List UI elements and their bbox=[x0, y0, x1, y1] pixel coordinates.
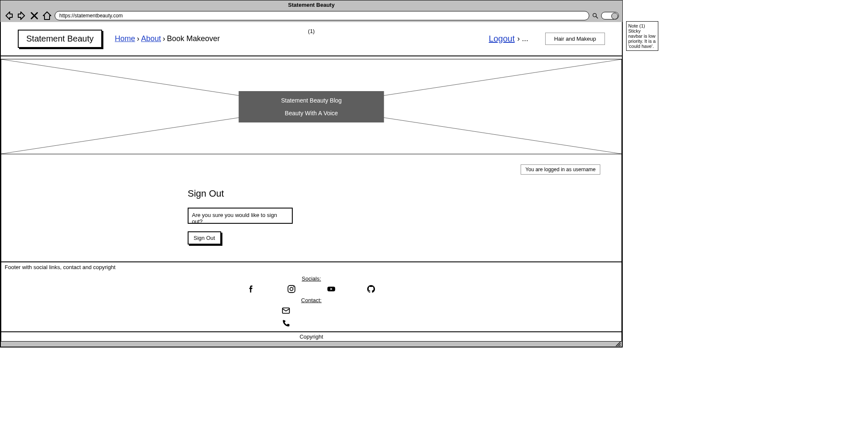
annotation-note: Note (1) Sticky navbar is low priority. … bbox=[626, 21, 658, 51]
hair-makeup-label: Hair and Makeup bbox=[545, 33, 605, 45]
chevron-right-icon: › bbox=[137, 34, 139, 43]
url-bar[interactable]: https://statementbeauty.com bbox=[55, 11, 589, 20]
close-icon[interactable] bbox=[29, 11, 39, 20]
signout-heading: Sign Out bbox=[188, 188, 605, 199]
main-content: You are logged in as username Sign Out A… bbox=[1, 154, 622, 262]
email-icon[interactable] bbox=[281, 306, 291, 315]
home-icon[interactable] bbox=[42, 11, 52, 20]
login-status: You are logged in as username bbox=[521, 164, 600, 175]
breadcrumb-home[interactable]: Home bbox=[115, 34, 135, 43]
browser-chrome: Statement Beauty https://statementbeauty… bbox=[0, 0, 623, 347]
chevron-right-icon: › bbox=[163, 34, 165, 43]
breadcrumb-about[interactable]: About bbox=[141, 34, 161, 43]
search-icon[interactable] bbox=[592, 12, 599, 19]
svg-line-10 bbox=[619, 345, 621, 346]
contact-label: Contact: bbox=[1, 297, 621, 303]
brand-button[interactable]: Statement Beauty bbox=[18, 30, 102, 48]
svg-point-4 bbox=[290, 287, 293, 290]
breadcrumb-book-makeover: Book Makeover bbox=[167, 34, 220, 43]
hero-overlay: Statement Beauty Blog Beauty With A Voic… bbox=[238, 91, 384, 122]
github-icon[interactable] bbox=[366, 284, 376, 294]
forward-icon[interactable] bbox=[17, 11, 27, 20]
navbar: Statement Beauty Home › About › Book Mak… bbox=[1, 22, 622, 56]
socials-label: Socials: bbox=[1, 275, 621, 282]
copyright: Copyright bbox=[1, 332, 622, 342]
svg-point-0 bbox=[593, 14, 596, 17]
svg-point-5 bbox=[293, 286, 294, 287]
instagram-icon[interactable] bbox=[287, 284, 296, 294]
more-menu[interactable]: › ... bbox=[517, 34, 528, 43]
browser-toolbar: https://statementbeauty.com bbox=[0, 9, 622, 22]
breadcrumb: Home › About › Book Makeover bbox=[115, 34, 220, 43]
footer-heading: Footer with social links, contact and co… bbox=[1, 262, 621, 272]
hero-title: Statement Beauty Blog bbox=[281, 97, 341, 104]
back-icon[interactable] bbox=[4, 11, 14, 20]
hero-subtitle: Beauty With A Voice bbox=[281, 110, 341, 117]
resize-grip-icon[interactable] bbox=[615, 342, 621, 347]
facebook-icon[interactable] bbox=[247, 284, 256, 294]
youtube-icon[interactable] bbox=[327, 284, 336, 294]
status-bar bbox=[1, 342, 622, 347]
footer: Footer with social links, contact and co… bbox=[1, 262, 622, 332]
logout-link[interactable]: Logout bbox=[489, 34, 515, 44]
phone-icon[interactable] bbox=[281, 319, 291, 328]
toggle-switch[interactable] bbox=[601, 12, 619, 19]
signout-button[interactable]: Sign Out bbox=[188, 231, 221, 245]
window-title: Statement Beauty bbox=[0, 0, 622, 9]
signout-confirm-text: Are you sure you would like to sign out? bbox=[188, 208, 293, 224]
hero-image-placeholder: Statement Beauty Blog Beauty With A Voic… bbox=[1, 59, 622, 154]
annotation-marker: (1) bbox=[308, 28, 315, 34]
